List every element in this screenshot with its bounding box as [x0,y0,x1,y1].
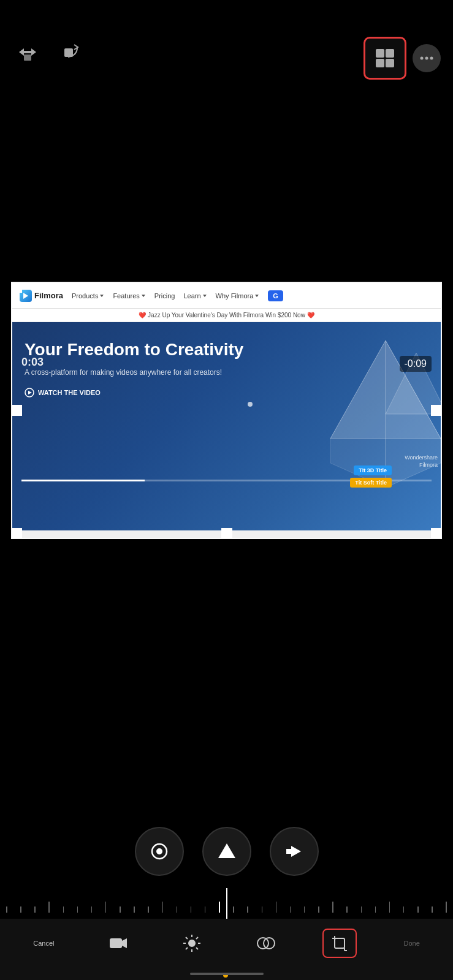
label-soft-title: Tit Soft Title [350,478,392,488]
cancel-button[interactable]: Cancel [26,935,61,952]
nav-cta: G [268,290,283,301]
brightness-tool[interactable] [175,929,209,958]
svg-marker-10 [23,293,28,299]
crop-button[interactable] [135,827,184,876]
watermark: Wondershare Filmora [405,454,438,469]
hero-subtitle: A cross-platform for making videos anywh… [25,367,246,378]
time-remaining: -0:09 [400,356,432,372]
svg-point-8 [425,57,428,60]
top-right-controls [364,37,441,80]
blend-icon [256,933,276,953]
label-3d-title: Tit 3D Title [354,466,392,475]
svg-marker-23 [218,843,235,858]
svg-rect-4 [386,49,394,58]
hero-title: Your Freedom to Creativity [25,341,246,360]
bottom-controls [0,827,453,919]
bottom-toolbar: Cancel [0,919,453,980]
svg-line-33 [196,948,198,949]
website-hero: Your Freedom to Creativity A cross-platf… [12,322,441,530]
svg-marker-12 [142,295,145,297]
website-content: Filmora Products Features Pricing Learn … [12,283,441,538]
svg-marker-24 [286,846,301,857]
more-options-button[interactable] [413,44,441,72]
svg-line-35 [186,948,188,949]
svg-rect-38 [335,938,345,948]
svg-marker-11 [100,295,104,297]
handle-right-mid[interactable] [431,405,442,416]
crop-icon [330,933,349,953]
time-current: 0:03 [21,356,44,369]
control-buttons [135,827,319,876]
rotate-icon[interactable] [54,37,85,67]
home-indicator [190,973,264,975]
video-camera-tool[interactable] [101,929,135,958]
send-button[interactable] [270,827,319,876]
hero-text: Your Freedom to Creativity A cross-platf… [25,341,246,398]
handle-left-mid[interactable] [11,405,22,416]
transform-icon[interactable] [12,37,43,67]
svg-marker-26 [122,938,127,948]
svg-rect-5 [376,59,384,67]
handle-top-mid[interactable] [221,282,232,293]
top-left-controls [12,37,85,67]
svg-rect-6 [386,59,394,67]
svg-point-9 [430,57,433,60]
handle-bottom-left[interactable] [11,528,22,539]
done-button[interactable]: Done [396,935,427,952]
website-banner: ❤️ Jazz Up Your Valentine's Day With Fil… [12,309,441,322]
cursor-pointer [248,402,253,407]
handle-top-left[interactable] [11,282,22,293]
blend-tool[interactable] [249,929,283,958]
filmora-logo: Filmora [20,290,63,302]
svg-rect-25 [110,938,122,948]
handle-bottom-right[interactable] [431,528,442,539]
crop-tool[interactable] [322,929,357,958]
video-camera-icon [108,933,128,953]
svg-rect-1 [24,55,31,61]
timeline-scrubber[interactable] [0,888,453,919]
video-preview-frame: Filmora Products Features Pricing Learn … [11,282,442,539]
svg-line-32 [186,937,188,939]
layout-icon-button[interactable] [364,37,406,80]
nav-pricing: Pricing [154,292,175,300]
nav-features: Features [113,292,145,300]
svg-point-7 [421,57,424,60]
watch-video-btn: WATCH THE VIDEO [25,388,246,398]
nav-learn: Learn [183,292,207,300]
progress-bar-fill [21,480,145,481]
handle-top-right[interactable] [431,282,442,293]
brightness-icon [182,933,202,953]
handle-bottom-mid[interactable] [221,528,232,539]
svg-marker-14 [255,295,259,297]
svg-marker-16 [28,391,32,394]
svg-point-22 [156,848,162,854]
svg-point-27 [188,940,196,947]
top-bar [0,0,453,110]
nav-why-filmora: Why Filmora [216,292,260,300]
nav-products: Products [72,292,104,300]
svg-marker-13 [203,295,207,297]
svg-rect-3 [376,49,384,58]
align-button[interactable] [202,827,251,876]
filmora-logo-text: Filmora [34,291,63,300]
svg-line-34 [196,937,198,939]
